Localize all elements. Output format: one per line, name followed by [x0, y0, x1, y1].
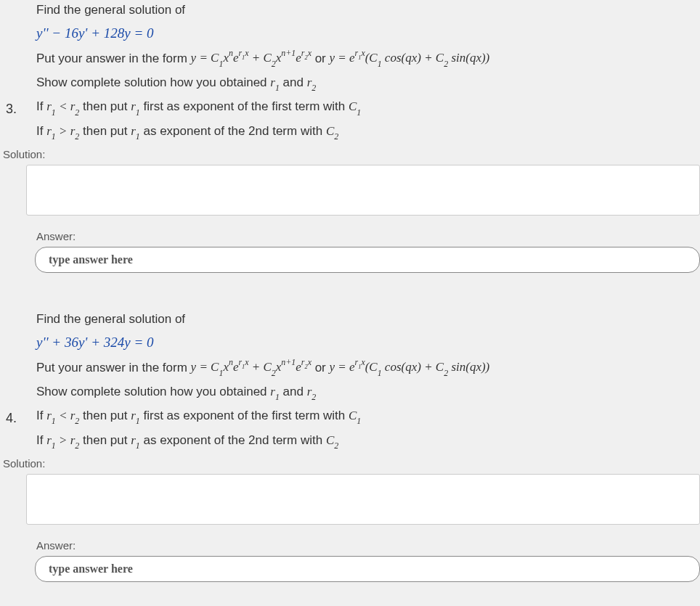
prompt-intro: Find the general solution of [36, 309, 693, 329]
or-text: or [315, 51, 330, 65]
question-block-3: 3. Find the general solution of y'' − 16… [0, 0, 700, 273]
condition-2: If r1 > r2 then put r1 as exponent of th… [36, 121, 693, 142]
or-text: or [315, 360, 330, 374]
question-content: 4. Find the general solution of y'' + 36… [0, 309, 700, 451]
question-block-4: 4. Find the general solution of y'' + 36… [0, 309, 700, 582]
equation: y'' + 36y' + 324y = 0 [36, 332, 693, 353]
condition-1: If r1 < r2 then put r1 first as exponent… [36, 406, 693, 427]
show-line: Show complete solution how you obtained … [36, 73, 693, 94]
solution-label: Solution: [0, 457, 700, 470]
answer-label: Answer: [0, 230, 700, 242]
question-content: 3. Find the general solution of y'' − 16… [0, 0, 700, 142]
condition-2: If r1 > r2 then put r1 as exponent of th… [36, 430, 693, 451]
equation: y'' − 16y' + 128y = 0 [36, 22, 693, 44]
form-prefix: Put your answer in the form [36, 51, 191, 65]
condition-1: If r1 < r2 then put r1 first as exponent… [36, 97, 693, 118]
form-prefix: Put your answer in the form [36, 360, 191, 374]
answer-label: Answer: [0, 539, 700, 552]
form-line: Put your answer in the form y = C1xner1x… [36, 357, 693, 379]
form-math: y = C1xner1x + C2xn+1er2x [191, 51, 312, 65]
answer-input[interactable] [35, 247, 700, 273]
form-line: Put your answer in the form y = C1xner1x… [36, 48, 693, 70]
question-number: 4. [6, 411, 17, 426]
show-line: Show complete solution how you obtained … [36, 382, 693, 403]
form-math-2: y = er1x(C1 cos(qx) + C2 sin(qx)) [330, 51, 490, 65]
form-math-2: y = er1x(C1 cos(qx) + C2 sin(qx)) [330, 360, 490, 374]
question-number: 3. [6, 102, 17, 117]
solution-textarea[interactable] [26, 165, 700, 216]
solution-textarea[interactable] [26, 474, 700, 525]
prompt-intro: Find the general solution of [36, 0, 693, 20]
solution-label: Solution: [0, 148, 700, 160]
answer-input[interactable] [35, 556, 700, 582]
form-math: y = C1xner1x + C2xn+1er2x [191, 360, 312, 374]
